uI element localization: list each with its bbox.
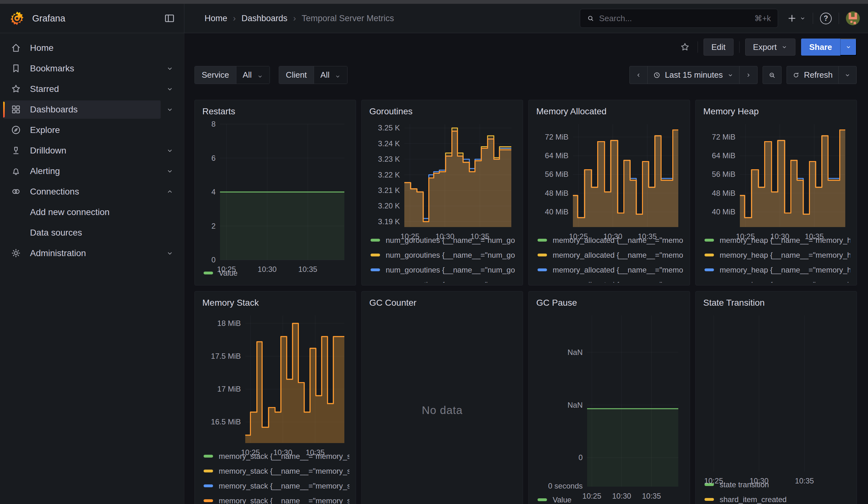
- sidebar-row-starred: Starred: [3, 79, 179, 99]
- svg-text:40 MiB: 40 MiB: [712, 207, 735, 216]
- sidebar-expand-chevron-up-icon[interactable]: [161, 183, 179, 201]
- time-series-plot[interactable]: 10:2510:3010:3518 MiB17.5 MiB17 MiB16.5 …: [201, 311, 349, 449]
- refresh-interval-button[interactable]: [838, 66, 857, 84]
- export-button[interactable]: Export: [745, 39, 795, 55]
- svg-text:10:30: 10:30: [258, 265, 277, 274]
- legend-item[interactable]: num_goroutines {__name__="num_go: [371, 248, 516, 263]
- breadcrumb-item[interactable]: Dashboards: [241, 13, 288, 23]
- svg-text:10:30: 10:30: [771, 232, 789, 240]
- edit-button[interactable]: Edit: [704, 39, 734, 55]
- time-range-picker[interactable]: Last 15 minutes: [647, 66, 740, 84]
- breadcrumb-item[interactable]: Home: [205, 13, 227, 23]
- divider: [813, 13, 813, 24]
- favorite-star-button[interactable]: [678, 40, 692, 54]
- chart-svg: 10:2510:3010:35NaNNaN00 seconds: [535, 311, 683, 502]
- panel-gc-counter: GC Counter No data: [361, 291, 523, 504]
- legend-item[interactable]: memory_stack {__name__="memory_s: [204, 493, 349, 504]
- sidebar-item-connections[interactable]: Connections: [3, 183, 161, 201]
- svg-text:10:30: 10:30: [435, 232, 454, 240]
- breadcrumb-separator-icon: ›: [293, 13, 296, 23]
- zoom-out-button[interactable]: [763, 66, 782, 84]
- panel-title: Goroutines: [369, 106, 516, 116]
- legend-item[interactable]: memory_heap {__name__="memory_h: [704, 263, 850, 277]
- legend-label: num_goroutines {__name__="num_go: [386, 280, 515, 283]
- sidebar-row-add-new-connection: Add new connection: [3, 202, 179, 222]
- sidebar-item-label: Alerting: [30, 166, 60, 176]
- dashboard-toolbar: Edit Export Share: [184, 33, 868, 61]
- legend-item[interactable]: memory_allocated {__name__="memo: [538, 263, 683, 277]
- svg-text:0: 0: [211, 256, 216, 264]
- filter-value-dropdown[interactable]: All: [314, 66, 347, 84]
- sidebar-expand-chevron-down-icon[interactable]: [161, 101, 179, 119]
- help-button[interactable]: ?: [820, 13, 832, 24]
- sidebar-item-add-new-connection[interactable]: Add new connection: [3, 203, 179, 222]
- sidebar-item-home[interactable]: Home: [3, 39, 179, 57]
- zoom-out-icon: [768, 72, 776, 79]
- time-forward-button[interactable]: [739, 66, 757, 84]
- share-button[interactable]: Share: [801, 39, 840, 55]
- sidebar-item-explore[interactable]: Explore: [3, 121, 179, 139]
- sidebar-expand-chevron-down-icon[interactable]: [161, 244, 179, 263]
- legend-item[interactable]: num_goroutines {__name__="num_go: [371, 263, 516, 277]
- legend-item[interactable]: memory_allocated {__name__="memo: [538, 277, 683, 282]
- time-series-plot[interactable]: 10:2510:3010:35: [702, 311, 850, 477]
- chart-svg: 10:2510:3010:3586420: [201, 120, 349, 276]
- sidebar-item-data-sources[interactable]: Data sources: [3, 224, 179, 242]
- rings-icon: [11, 186, 21, 197]
- sidebar-toggle-icon[interactable]: [164, 13, 175, 24]
- panel-memory-heap: Memory Heap 10:2510:3010:3572 MiB64 MiB5…: [695, 100, 857, 286]
- sidebar-expand-chevron-down-icon[interactable]: [161, 142, 179, 160]
- home-icon: [11, 43, 21, 53]
- refresh-button[interactable]: Refresh: [787, 66, 839, 84]
- legend-item[interactable]: memory_stack {__name__="memory_s: [204, 479, 349, 493]
- time-series-plot[interactable]: 10:2510:3010:3572 MiB64 MiB56 MiB48 MiB4…: [702, 120, 850, 233]
- sidebar-item-bookmarks[interactable]: Bookmarks: [3, 59, 161, 78]
- sidebar-item-dashboards[interactable]: Dashboards: [3, 101, 161, 119]
- sidebar-expand-chevron-down-icon[interactable]: [161, 80, 179, 98]
- active-item-accent: [3, 102, 5, 117]
- share-menu-button[interactable]: [840, 39, 857, 55]
- search-box[interactable]: ⌘+k: [580, 9, 778, 28]
- svg-text:10:30: 10:30: [603, 232, 622, 240]
- template-variables: ServiceAllClientAll: [194, 66, 356, 84]
- sidebar-item-label: Data sources: [30, 228, 82, 238]
- legend-item[interactable]: num_goroutines {__name__="num_go: [371, 277, 516, 282]
- search-shortcut: ⌘+k: [754, 14, 771, 23]
- search-input[interactable]: [598, 13, 750, 24]
- panel-state-transition: State Transition 10:2510:3010:35 state t…: [695, 291, 857, 504]
- chevron-down-icon: [799, 15, 806, 21]
- sidebar-item-drilldown[interactable]: Drilldown: [3, 142, 161, 160]
- svg-text:3.23 K: 3.23 K: [378, 155, 400, 163]
- legend-item[interactable]: memory_heap {__name__="memory_h: [704, 248, 850, 263]
- variable-filter-service: ServiceAll: [194, 66, 270, 84]
- svg-text:56 MiB: 56 MiB: [545, 170, 568, 178]
- add-button[interactable]: [787, 13, 806, 23]
- sidebar-item-starred[interactable]: Starred: [3, 80, 161, 98]
- time-series-plot[interactable]: 10:2510:3010:35NaNNaN00 seconds: [535, 311, 683, 492]
- legend-item[interactable]: memory_stack {__name__="memory_s: [204, 464, 349, 479]
- svg-text:18 MiB: 18 MiB: [217, 319, 241, 328]
- time-series-plot[interactable]: 10:2510:3010:3586420: [201, 120, 349, 266]
- time-series-plot[interactable]: 10:2510:3010:3572 MiB64 MiB56 MiB48 MiB4…: [535, 120, 683, 233]
- legend-item[interactable]: memory_heap {__name__="memory_h: [704, 277, 850, 282]
- legend-label: num_goroutines {__name__="num_go: [386, 251, 515, 260]
- sidebar-item-label: Administration: [30, 248, 86, 258]
- user-avatar[interactable]: [846, 11, 860, 25]
- time-back-button[interactable]: [629, 66, 648, 84]
- legend-item[interactable]: shard_item_created: [704, 492, 850, 504]
- sidebar-item-alerting[interactable]: Alerting: [3, 162, 161, 180]
- sidebar-expand-chevron-down-icon[interactable]: [161, 162, 179, 180]
- sidebar-item-administration[interactable]: Administration: [3, 244, 161, 263]
- svg-text:3.20 K: 3.20 K: [378, 202, 400, 210]
- svg-text:3.19 K: 3.19 K: [378, 217, 400, 226]
- chevron-down-icon: [781, 44, 787, 50]
- sidebar-expand-chevron-down-icon[interactable]: [161, 59, 179, 78]
- legend-item[interactable]: memory_allocated {__name__="memo: [538, 248, 683, 263]
- svg-text:0 seconds: 0 seconds: [548, 482, 583, 490]
- sidebar-row-administration: Administration: [3, 243, 179, 263]
- filter-value-dropdown[interactable]: All: [236, 66, 270, 84]
- legend-swatch: [704, 254, 714, 256]
- svg-text:10:25: 10:25: [704, 476, 723, 485]
- chevron-down-icon: [845, 44, 851, 50]
- time-series-plot[interactable]: 10:2510:3010:353.25 K3.24 K3.23 K3.22 K3…: [368, 120, 516, 233]
